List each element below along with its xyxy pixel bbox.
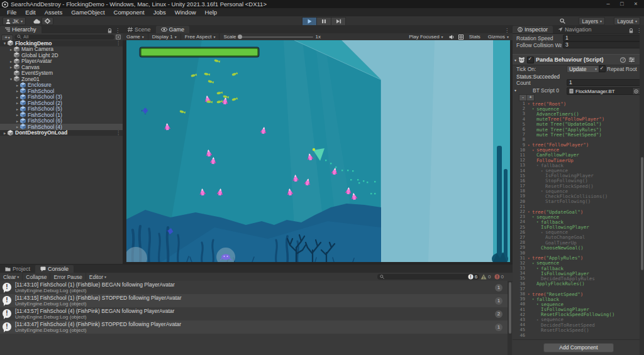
hierarchy-item-fishschool-5[interactable]: ▸FishSchool (5): [0, 106, 123, 112]
hierarchy-item-dontdestroyonload[interactable]: ▸DontDestroyOnLoad⋮: [0, 130, 123, 136]
code-foldout-arrow[interactable]: ▾: [536, 220, 541, 224]
scrollbar-thumb[interactable]: [641, 157, 643, 270]
foldout-arrow[interactable]: ▸: [8, 47, 14, 52]
code-foldout-arrow[interactable]: ▾: [532, 261, 536, 265]
layout-dropdown[interactable]: Layout▾: [614, 17, 640, 25]
clear-button[interactable]: Clear▾: [0, 273, 23, 281]
menu-edit[interactable]: Edit: [21, 8, 40, 16]
inspector-scrollbar[interactable]: [640, 25, 644, 355]
hierarchy-item-enclosure[interactable]: ▸Enclosure: [0, 82, 123, 89]
lock-icon[interactable]: [629, 28, 633, 33]
console-log-entry[interactable]: ![11:43:47] FishSchool (4) (FishPink) ST…: [0, 320, 508, 334]
foldout-arrow[interactable]: ▸: [8, 59, 14, 63]
add-script-button[interactable]: +: [526, 94, 535, 101]
repeat-root-checkbox[interactable]: [599, 65, 606, 72]
menu-gameobject[interactable]: GameObject: [67, 8, 109, 16]
play-button[interactable]: [302, 17, 317, 26]
hierarchy-item-global-light-2d[interactable]: Global Light 2D: [0, 52, 123, 58]
hierarchy-item-fishschool-1[interactable]: ▸FishSchool (1): [0, 112, 123, 118]
editor-dropdown[interactable]: Editor▾: [86, 273, 109, 281]
scale-knob[interactable]: [238, 35, 242, 39]
help-icon[interactable]: ?: [620, 57, 626, 63]
console-search-input[interactable]: [386, 274, 470, 280]
warning-count-toggle[interactable]: ! 0: [480, 274, 491, 280]
menu-component[interactable]: Component: [109, 8, 149, 16]
display-dropdown[interactable]: Display 1▾: [148, 33, 181, 40]
foldout-arrow[interactable]: ▸: [14, 124, 20, 129]
menu-assets[interactable]: Assets: [40, 8, 67, 16]
hierarchy-item-fishschool-4[interactable]: ▸FishSchool (4): [0, 124, 123, 130]
foldout-arrow[interactable]: ▸: [14, 95, 20, 99]
code-foldout-arrow[interactable]: ▾: [528, 292, 532, 296]
hierarchy-item-fishschool-3[interactable]: ▸FishSchool (3): [0, 94, 123, 101]
aspect-dropdown[interactable]: Free Aspect▾: [181, 33, 220, 40]
lock-icon[interactable]: [108, 28, 112, 33]
kebab-icon[interactable]: ⋮: [115, 28, 120, 33]
console-log-entry[interactable]: ![11:43:10] FishSchool (1) (FishBlue) BE…: [0, 281, 508, 294]
hierarchy-item-flockingdemo[interactable]: ▾FlockingDemo⋮: [0, 40, 123, 46]
tab-navigation[interactable]: Navigation: [553, 26, 597, 33]
foldout-arrow[interactable]: ▾: [514, 88, 516, 92]
create-object-button[interactable]: +▾: [1, 35, 13, 41]
hierarchy-item-fishschool[interactable]: ▸FishSchool: [0, 88, 123, 94]
menu-help[interactable]: Help: [201, 8, 222, 16]
component-enabled-checkbox[interactable]: [527, 57, 534, 63]
hierarchy-item-zone01[interactable]: ▾Zone01: [0, 76, 123, 82]
code-foldout-arrow[interactable]: ▾: [536, 266, 541, 270]
kebab-icon[interactable]: ⋮: [504, 28, 509, 33]
hierarchy-item-fishschool-6[interactable]: ▸FishSchool (6): [0, 118, 123, 124]
stats-button[interactable]: Stats: [465, 33, 484, 40]
follow-collision-wait-input[interactable]: 3: [563, 41, 641, 48]
code-foldout-arrow[interactable]: ▾: [528, 256, 532, 260]
code-foldout-arrow[interactable]: ▾: [541, 231, 545, 234]
vsync-grid-button[interactable]: [457, 33, 465, 40]
foldout-arrow[interactable]: ▸: [14, 119, 20, 123]
tab-game[interactable]: Game: [156, 26, 190, 33]
foldout-arrow[interactable]: ▸: [2, 131, 8, 135]
tab-console[interactable]: Console: [35, 265, 74, 273]
kebab-icon[interactable]: ⋮: [116, 40, 121, 46]
scrollbar-thumb[interactable]: [509, 282, 511, 334]
foldout-arrow[interactable]: ▸: [14, 101, 20, 105]
hierarchy-item-canvas[interactable]: ▸Canvas: [0, 64, 123, 70]
code-foldout-arrow[interactable]: ▾: [528, 143, 532, 147]
console-search-field[interactable]: [377, 274, 479, 280]
panda-behaviour-header[interactable]: ▾ Panda Behaviour (Script) ? ⋮: [513, 54, 644, 65]
code-foldout-arrow[interactable]: ▾: [541, 169, 545, 173]
error-count-toggle[interactable]: ! 0: [494, 274, 504, 280]
tab-inspector[interactable]: Inspector: [513, 26, 553, 33]
foldout-arrow[interactable]: ▸: [8, 65, 14, 69]
mute-audio-button[interactable]: [447, 33, 457, 40]
tab-scene[interactable]: Scene: [123, 26, 156, 33]
kebab-icon[interactable]: ⋮: [116, 130, 121, 136]
foldout-arrow[interactable]: ▾: [8, 77, 14, 81]
game-display-mode-dropdown[interactable]: Game▾: [123, 33, 148, 40]
foldout-arrow[interactable]: ▸: [14, 83, 20, 87]
code-foldout-arrow[interactable]: ▾: [528, 210, 532, 214]
layers-dropdown[interactable]: Layers▾: [579, 17, 605, 25]
code-foldout-arrow[interactable]: ▾: [532, 297, 536, 301]
menu-file[interactable]: File: [3, 8, 21, 16]
scene-picker-icon[interactable]: [116, 35, 121, 40]
minimize-button[interactable]: –: [601, 0, 615, 8]
play-focused-dropdown[interactable]: Play Focused▾: [405, 33, 447, 40]
title-bar[interactable]: SearchAndDestroy - FlockingDemo - Window…: [0, 0, 644, 8]
hierarchy-item-playeravatar[interactable]: ▸PlayerAvatar: [0, 58, 123, 65]
hierarchy-item-fishschool-2[interactable]: ▸FishSchool (2): [0, 100, 123, 106]
console-log-entry[interactable]: ![11:43:15] FishSchool (1) (FishBlue) ST…: [0, 294, 508, 307]
code-foldout-arrow[interactable]: ▾: [528, 102, 532, 106]
code-foldout-arrow[interactable]: ▾: [532, 215, 536, 219]
bt-script-object-field[interactable]: FlockManager.BT: [567, 87, 640, 95]
console-scrollbar[interactable]: [508, 281, 512, 355]
settings-button[interactable]: [42, 17, 53, 25]
account-button[interactable]: JK▾: [3, 17, 26, 25]
search-button[interactable]: [557, 17, 569, 25]
code-foldout-arrow[interactable]: ▾: [536, 302, 541, 306]
hierarchy-item-eventsystem[interactable]: EventSystem: [0, 70, 123, 77]
foldout-arrow[interactable]: ▸: [14, 112, 20, 117]
tab-project[interactable]: Project: [0, 265, 35, 273]
close-button[interactable]: ×: [629, 0, 643, 8]
menu-window[interactable]: Window: [170, 8, 201, 16]
code-foldout-arrow[interactable]: ▾: [532, 148, 536, 152]
hierarchy-search-field[interactable]: All: [14, 35, 114, 40]
